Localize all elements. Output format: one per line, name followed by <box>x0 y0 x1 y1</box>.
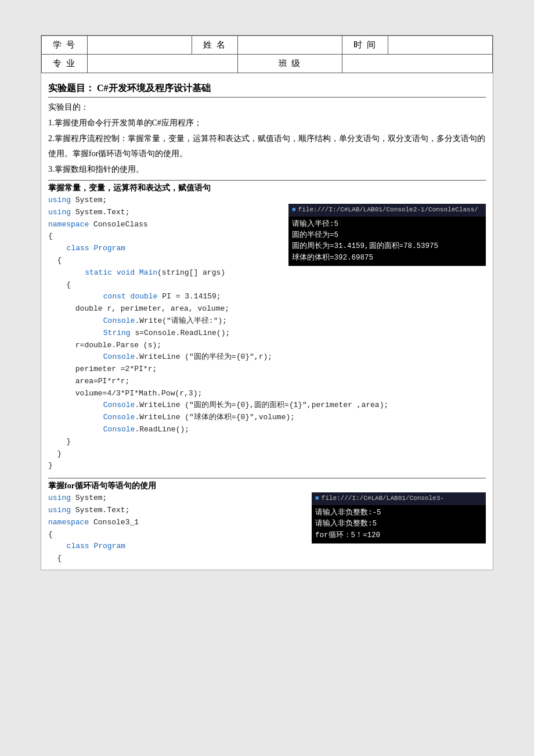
code-wl1: .WriteLine ("圆的半径为={0}",r); <box>135 352 272 361</box>
s2-system2: System.Text; <box>71 506 129 514</box>
code-classname: Program <box>89 244 125 253</box>
code-readline1: s=Console.ReadLine(); <box>131 329 230 337</box>
experiment-title: 实验题目： C#开发环境及程序设计基础 <box>48 82 486 98</box>
code-parse: r=double.Parse (s); <box>48 340 486 352</box>
code-readline2: Console.ReadLine(); <box>48 424 486 436</box>
shijian-value <box>388 36 492 55</box>
code-rl2: .ReadLine(); <box>135 425 189 434</box>
zhuanye-label: 专 业 <box>42 55 88 73</box>
kw-console2: Console <box>48 352 135 361</box>
section1-title: 掌握常量，变量，运算符和表达式，赋值语句 <box>48 180 486 193</box>
section2-wrapper: 掌握for循环语句等语句的使用 file:///I:/C#LAB/LAB01/C… <box>48 478 486 565</box>
console2-content: 请输入非负整数:-5 请输入非负整数:5 for循环：5！=120 <box>312 505 486 543</box>
code-brace6: } <box>48 460 486 472</box>
code-volume: volume=4/3*PI*Math.Pow(r,3); <box>48 388 486 400</box>
section2-code: file:///I:/C#LAB/LAB01/Console3- 请输入非负整数… <box>48 492 486 565</box>
kw-console4: Console <box>48 413 135 422</box>
console1-titlebar: file:///I:/C#LAB/LAB01/Console2-1/Consol… <box>288 204 486 217</box>
code-system2: System.Text; <box>71 208 129 217</box>
console-screenshot-2: file:///I:/C#LAB/LAB01/Console3- 请输入非负整数… <box>312 492 486 543</box>
objective-2: 2.掌握程序流程控制：掌握常量，变量，运算符和表达式，赋值语句，顺序结构，单分支… <box>48 131 486 160</box>
code-area: area=PI*r*r; <box>48 376 486 388</box>
kw-namespace: namespace <box>48 220 89 229</box>
objective-3: 3.掌握数组和指针的使用。 <box>48 162 486 177</box>
s2-kw-using1: using <box>48 494 71 502</box>
code-writeline1: Console.WriteLine ("圆的半径为={0}",r); <box>48 351 486 363</box>
s2-kw-class: class <box>48 542 89 550</box>
kw-using2: using <box>48 208 71 217</box>
objective-1: 1.掌握使用命令行开发简单的C#应用程序； <box>48 116 486 130</box>
code-write1: .Write("请输入半径:"); <box>135 316 227 325</box>
s2-classname: Program <box>89 542 125 550</box>
kw-string: String <box>48 329 131 337</box>
header-table: 学 号 姓 名 时 间 专 业 班 级 <box>41 35 493 73</box>
console2-titlebar: file:///I:/C#LAB/LAB01/Console3- <box>312 492 486 505</box>
code-brace4: } <box>48 436 486 448</box>
code-pi: PI = 3.14159; <box>157 292 221 301</box>
shijian-label: 时 间 <box>342 36 388 55</box>
page: 学 号 姓 名 时 间 专 业 班 级 实验题目： C#开发环境及程序设计基础 … <box>41 35 493 570</box>
code-nsname: ConsoleClass <box>89 220 147 229</box>
console1-line2: 圆的半径为=5 <box>292 230 482 241</box>
code-console-write1: Console.Write("请输入半径:"); <box>48 315 486 327</box>
code-perimeter: perimeter =2*PI*r; <box>48 363 486 376</box>
kw-console1: Console <box>48 316 135 325</box>
console1-line4: 球体的体积=392.69875 <box>292 253 482 264</box>
banji-label: 班 级 <box>237 55 342 73</box>
kw-console3: Console <box>48 401 135 409</box>
code-brace3: { <box>48 279 486 291</box>
code-main: static void Main(string[] args) <box>48 267 486 279</box>
console1-title-text: file:///I:/C#LAB/LAB01/Console2-1/Consol… <box>298 205 478 215</box>
console2-line1: 请输入非负整数:-5 <box>315 507 482 519</box>
kw-const: const double <box>48 292 157 301</box>
section2-title: 掌握for循环语句等语句的使用 <box>48 478 486 491</box>
s2-kw-using2: using <box>48 506 71 514</box>
xingming-label: 姓 名 <box>192 36 237 55</box>
zhuanye-value <box>87 55 237 73</box>
code-double-decl: double r, perimeter, area, volume; <box>48 303 486 315</box>
kw-console5: Console <box>48 425 135 434</box>
console1-line3: 圆的周长为=31.4159,圆的面积=78.53975 <box>292 241 482 252</box>
xuehao-value <box>87 36 192 55</box>
code-writeline2: Console.WriteLine ("圆的周长为={0},圆的面积={1}",… <box>48 399 486 412</box>
xuehao-label: 学 号 <box>42 36 88 55</box>
console2-line3: for循环：5！=120 <box>315 530 482 541</box>
xingming-value <box>237 36 342 55</box>
objectives-title: 实验目的： <box>48 100 486 114</box>
kw-static: static void Main <box>48 268 157 277</box>
code-wl3: .WriteLine ("球体的体积={0}",volume); <box>135 413 295 422</box>
code-wl2: .WriteLine ("圆的周长为={0},圆的面积={1}",perimet… <box>135 401 388 409</box>
banji-value <box>342 55 492 73</box>
s2-nsname: Console3_1 <box>89 518 139 527</box>
s2-system1: System; <box>71 494 107 502</box>
kw-class: class <box>48 244 89 253</box>
kw-using1: using <box>48 196 71 204</box>
code-system1: System; <box>71 196 107 204</box>
main-content: 实验题目： C#开发环境及程序设计基础 实验目的： 1.掌握使用命令行开发简单的… <box>41 73 493 570</box>
s2-kw-ns: namespace <box>48 518 89 527</box>
section1-code: file:///I:/C#LAB/LAB01/Console2-1/Consol… <box>48 195 486 472</box>
code-writeline3: Console.WriteLine ("球体的体积={0}",volume); <box>48 412 486 424</box>
console2-title-text: file:///I:/C#LAB/LAB01/Console3- <box>322 494 444 504</box>
objectives: 实验目的： 1.掌握使用命令行开发简单的C#应用程序； 2.掌握程序流程控制：掌… <box>48 100 486 177</box>
console1-content: 请输入半径:5 圆的半径为=5 圆的周长为=31.4159,圆的面积=78.53… <box>288 217 486 267</box>
console-screenshot-1: file:///I:/C#LAB/LAB01/Console2-1/Consol… <box>288 204 486 266</box>
code-brace5: } <box>48 448 486 460</box>
console1-line1: 请输入半径:5 <box>292 219 482 230</box>
code-const: const double PI = 3.14159; <box>48 291 486 303</box>
s2-brace2: { <box>48 553 486 565</box>
code-main-args: (string[] args) <box>157 268 225 277</box>
code-string-readline: String s=Console.ReadLine(); <box>48 327 486 340</box>
console2-line2: 请输入非负整数:5 <box>315 519 482 530</box>
